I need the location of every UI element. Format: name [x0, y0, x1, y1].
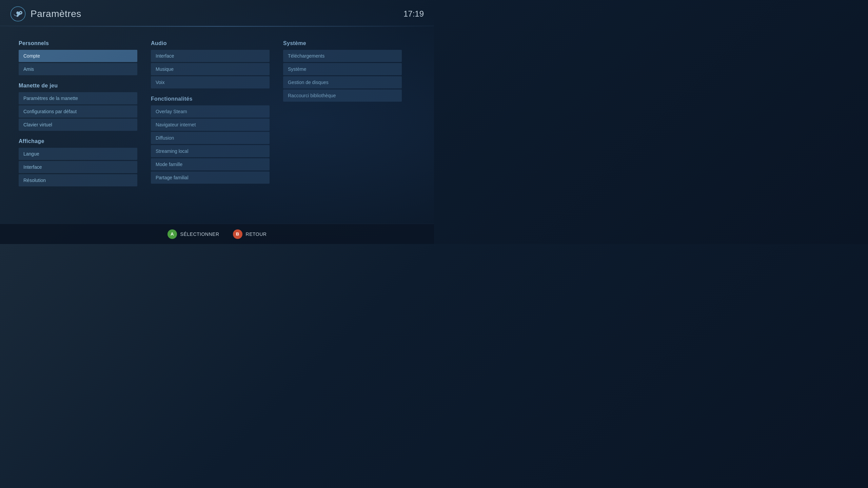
menu-item-clavier-virtuel[interactable]: Clavier virtuel — [19, 119, 137, 131]
footer: A SÉLECTIONNER B RETOUR — [0, 224, 434, 244]
footer-btn-a: A SÉLECTIONNER — [167, 229, 219, 239]
btn-a-text: SÉLECTIONNER — [180, 231, 219, 237]
menu-item-systeme[interactable]: Système — [283, 63, 402, 75]
menu-item-overlay-steam[interactable]: Overlay Steam — [151, 105, 270, 118]
column-left: Personnels Compte Amis Manette de jeu Pa… — [19, 40, 151, 187]
main-content: Personnels Compte Amis Manette de jeu Pa… — [0, 34, 434, 194]
menu-item-musique[interactable]: Musique — [151, 63, 270, 75]
menu-item-gestion-disques[interactable]: Gestion de disques — [283, 76, 402, 88]
section-title-systeme: Système — [283, 40, 402, 46]
section-title-affichage: Affichage — [19, 138, 137, 144]
menu-item-interface-audio[interactable]: Interface — [151, 50, 270, 62]
column-middle: Audio Interface Musique Voix Fonctionnal… — [151, 40, 283, 187]
footer-btn-b: B RETOUR — [233, 229, 267, 239]
btn-b-text: RETOUR — [246, 231, 267, 237]
btn-b-label: B — [236, 231, 239, 237]
btn-a-circle: A — [167, 229, 177, 239]
section-title-manette: Manette de jeu — [19, 83, 137, 89]
svg-point-2 — [20, 12, 21, 14]
menu-item-compte[interactable]: Compte — [19, 50, 137, 62]
header: Paramètres 17:19 — [0, 0, 434, 26]
menu-item-configurations-defaut[interactable]: Configurations par défaut — [19, 105, 137, 118]
menu-item-voix[interactable]: Voix — [151, 76, 270, 88]
menu-item-navigateur-internet[interactable]: Navigateur internet — [151, 119, 270, 131]
header-divider — [0, 26, 434, 27]
menu-item-interface-affichage[interactable]: Interface — [19, 161, 137, 173]
menu-item-mode-famille[interactable]: Mode famille — [151, 158, 270, 170]
menu-item-parametres-manette[interactable]: Paramètres de la manette — [19, 92, 137, 104]
menu-item-resolution[interactable]: Résolution — [19, 174, 137, 186]
menu-item-diffusion[interactable]: Diffusion — [151, 132, 270, 144]
steam-logo-icon — [10, 6, 26, 22]
menu-item-streaming-local[interactable]: Streaming local — [151, 145, 270, 157]
page-title: Paramètres — [31, 8, 81, 19]
section-title-personnels: Personnels — [19, 40, 137, 46]
menu-item-langue[interactable]: Langue — [19, 148, 137, 160]
clock-display: 17:19 — [403, 9, 424, 19]
btn-a-label: A — [171, 231, 174, 237]
menu-item-amis[interactable]: Amis — [19, 63, 137, 75]
section-title-fonctionnalites: Fonctionnalités — [151, 96, 270, 102]
section-title-audio: Audio — [151, 40, 270, 46]
btn-b-circle: B — [233, 229, 242, 239]
menu-item-partage-familial[interactable]: Partage familial — [151, 171, 270, 184]
column-right: Système Téléchargements Système Gestion … — [283, 40, 415, 187]
menu-item-raccourci-bibliotheque[interactable]: Raccourci bibliothèque — [283, 89, 402, 102]
header-left: Paramètres — [10, 6, 81, 22]
menu-item-telechargements[interactable]: Téléchargements — [283, 50, 402, 62]
